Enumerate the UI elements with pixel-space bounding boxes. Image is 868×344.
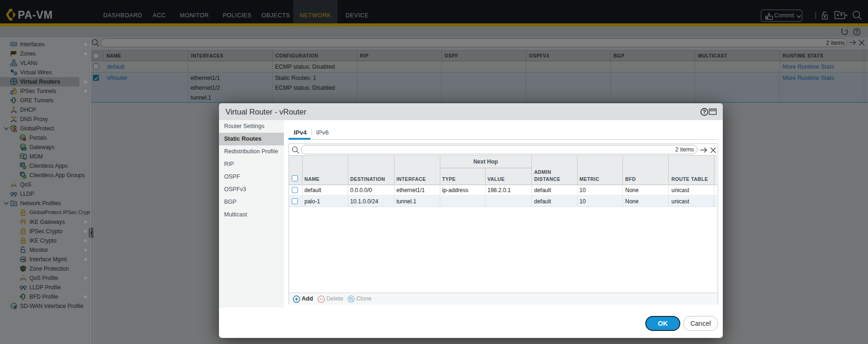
svg-text:?: ? xyxy=(703,109,706,115)
